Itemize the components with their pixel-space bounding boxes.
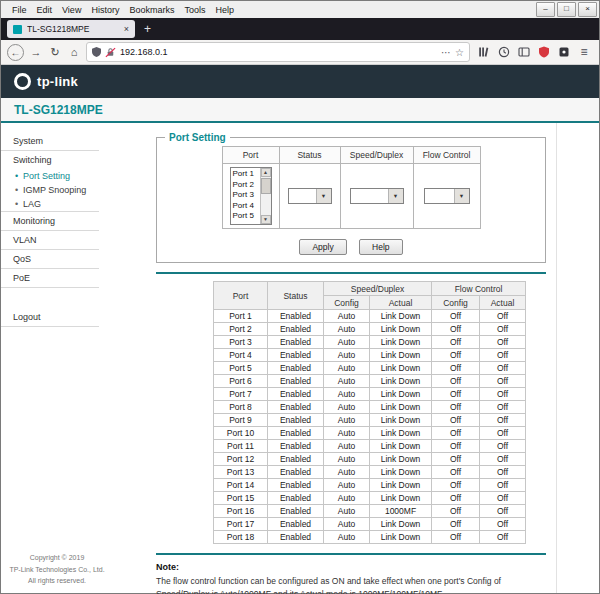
close-button[interactable]: × (578, 2, 597, 17)
bookmark-star-icon[interactable]: ☆ (455, 47, 464, 58)
chevron-down-icon[interactable]: ▼ (316, 189, 331, 203)
history-icon[interactable] (497, 45, 511, 59)
listbox-scrollbar[interactable]: ▲ ▼ (260, 168, 271, 224)
sidebar-item-vlan[interactable]: VLAN (1, 231, 99, 250)
table-cell: Enabled (268, 362, 324, 375)
table-cell: Auto (324, 531, 370, 544)
subheader-config: Config (324, 296, 370, 310)
table-cell: Link Down (370, 349, 432, 362)
menu-bookmarks[interactable]: Bookmarks (124, 5, 179, 15)
scroll-up-icon[interactable]: ▲ (261, 168, 271, 177)
insecure-lock-icon[interactable] (105, 47, 116, 58)
sidebar-item-qos[interactable]: QoS (1, 250, 99, 269)
table-cell: Enabled (268, 453, 324, 466)
help-button[interactable]: Help (359, 239, 402, 255)
menu-history[interactable]: History (86, 5, 124, 15)
sidebar-item-switching[interactable]: Switching (1, 151, 99, 169)
table-cell: Enabled (268, 401, 324, 414)
scrollbar-thumb[interactable] (261, 178, 271, 194)
table-cell: Port 10 (214, 427, 268, 440)
sidebar-nav: SystemSwitchingPort SettingIGMP Snooping… (1, 132, 113, 327)
note-section: Note: The flow control function can be c… (156, 562, 546, 594)
table-cell: Port 8 (214, 401, 268, 414)
scroll-down-icon[interactable]: ▼ (261, 215, 271, 224)
listbox-option[interactable]: Port 1 (231, 169, 260, 180)
table-cell: Link Down (370, 440, 432, 453)
sidebar-item-igmp-snooping[interactable]: IGMP Snooping (1, 183, 99, 197)
home-button[interactable]: ⌂ (67, 47, 81, 58)
sidebar-item-lag[interactable]: LAG (1, 197, 99, 212)
table-cell: Link Down (370, 388, 432, 401)
new-tab-button[interactable]: + (135, 22, 160, 36)
listbox-option[interactable]: Port 2 (231, 180, 260, 191)
port-config-table: Port Status Speed/Duplex Flow Control Po (222, 146, 481, 229)
main-content: Port Setting Port Status Speed/Duplex Fl… (113, 123, 557, 593)
speed-duplex-select[interactable]: ▼ (350, 188, 404, 204)
table-cell: Off (480, 531, 526, 544)
flow-control-select[interactable]: ▼ (424, 188, 470, 204)
minimize-button[interactable]: – (536, 2, 555, 17)
chevron-down-icon[interactable]: ▼ (454, 189, 469, 203)
table-cell: Auto (324, 362, 370, 375)
reload-button[interactable]: ↻ (48, 47, 62, 58)
note-title: Note: (156, 562, 546, 572)
table-cell: Port 11 (214, 440, 268, 453)
table-cell: Link Down (370, 362, 432, 375)
sidebar: SystemSwitchingPort SettingIGMP Snooping… (1, 123, 113, 593)
table-row: Port 11EnabledAutoLink DownOffOff (214, 440, 526, 453)
status-select[interactable]: ▼ (288, 188, 332, 204)
table-cell: Off (432, 453, 480, 466)
library-icon[interactable] (477, 45, 491, 59)
table-row: Port 7EnabledAutoLink DownOffOff (214, 388, 526, 401)
table-cell: Off (480, 492, 526, 505)
scrollbar-track[interactable] (261, 177, 271, 215)
table-row: Port 18EnabledAutoLink DownOffOff (214, 531, 526, 544)
table-cell: Off (432, 323, 480, 336)
table-cell: Auto (324, 310, 370, 323)
menu-view[interactable]: View (57, 5, 86, 15)
sidebar-toggle-icon[interactable] (517, 45, 531, 59)
sidebar-item-system[interactable]: System (1, 132, 99, 151)
table-row: Port 16EnabledAuto1000MFOffOff (214, 505, 526, 518)
cfg-header-status: Status (279, 147, 340, 164)
browser-tab[interactable]: TL-SG1218MPE × (7, 20, 135, 38)
sidebar-item-port-setting[interactable]: Port Setting (1, 169, 99, 183)
sidebar-item-monitoring[interactable]: Monitoring (1, 212, 99, 231)
menu-tools[interactable]: Tools (179, 5, 210, 15)
forward-button[interactable]: → (29, 47, 43, 58)
page-actions-icon[interactable]: ⋯ (441, 47, 451, 58)
tab-close-icon[interactable]: × (124, 24, 129, 34)
sidebar-item-poe[interactable]: PoE (1, 269, 99, 288)
table-cell: Link Down (370, 518, 432, 531)
maximize-button[interactable]: □ (557, 2, 576, 17)
table-cell: Off (480, 440, 526, 453)
tracking-shield-icon[interactable] (92, 47, 101, 57)
window-controls: – □ × (534, 2, 599, 17)
status-header-status: Status (268, 282, 324, 310)
sidebar-item-logout[interactable]: Logout (1, 308, 99, 327)
back-button[interactable]: ← (7, 44, 24, 61)
listbox-option[interactable]: Port 3 (231, 190, 260, 201)
table-cell: Port 13 (214, 466, 268, 479)
speed-duplex-select-value (351, 189, 388, 203)
table-cell: Enabled (268, 531, 324, 544)
listbox-option[interactable]: Port 4 (231, 201, 260, 212)
apply-button[interactable]: Apply (299, 239, 346, 255)
table-cell: Auto (324, 414, 370, 427)
table-cell: Auto (324, 440, 370, 453)
menu-help[interactable]: Help (210, 5, 239, 15)
menu-edit[interactable]: Edit (32, 5, 58, 15)
menu-icon[interactable]: ≡ (577, 45, 591, 59)
extension-icon[interactable] (557, 45, 571, 59)
url-text[interactable]: 192.168.0.1 (120, 47, 437, 57)
table-row: Port 10EnabledAutoLink DownOffOff (214, 427, 526, 440)
table-cell: Port 6 (214, 375, 268, 388)
table-cell: Enabled (268, 427, 324, 440)
menu-file[interactable]: File (7, 5, 32, 15)
address-bar[interactable]: 192.168.0.1 ⋯ ☆ (86, 42, 470, 62)
chevron-down-icon[interactable]: ▼ (388, 189, 403, 203)
listbox-option[interactable]: Port 5 (231, 211, 260, 222)
separator-rule (156, 553, 546, 555)
port-listbox[interactable]: Port 1Port 2Port 3Port 4Port 5 ▲ ▼ (230, 167, 272, 225)
adblock-icon[interactable] (537, 45, 551, 59)
